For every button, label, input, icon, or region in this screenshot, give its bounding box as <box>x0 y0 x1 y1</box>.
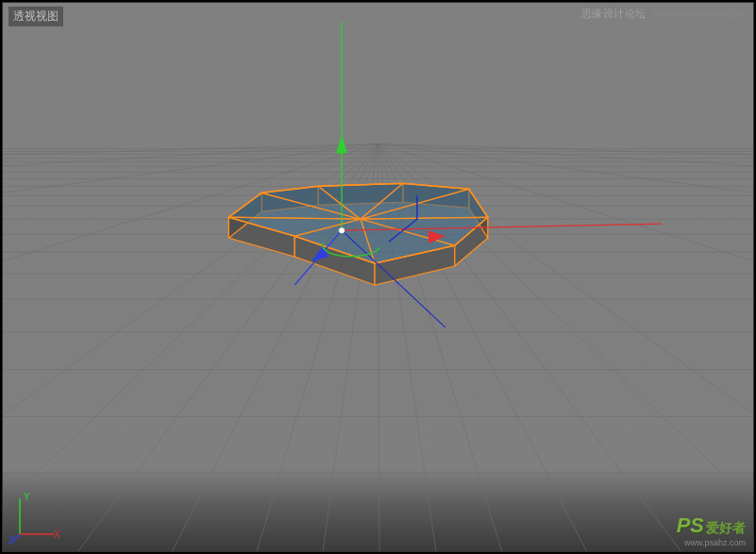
watermark-top-right: 思缘设计论坛 WWW.MISSYUAN.COM <box>581 7 746 21</box>
axis-x-label: X <box>54 529 60 540</box>
axis-indicator-icon: Y X Z <box>8 489 65 546</box>
gizmo-origin-icon[interactable] <box>339 227 344 233</box>
axis-y-label: Y <box>24 492 30 502</box>
transform-gizmo[interactable] <box>294 22 662 327</box>
viewport-label: 透视视图 <box>8 7 63 26</box>
watermark-source-url: WWW.MISSYUAN.COM <box>653 9 746 19</box>
polygon-mesh[interactable] <box>228 183 487 285</box>
watermark-ps-url: www.psahz.com <box>677 538 746 547</box>
gizmo-y-arrow-icon[interactable] <box>336 135 347 154</box>
watermark-ps: PS <box>677 513 704 537</box>
watermark-bottom-right: PS爱好者 www.psahz.com <box>677 513 746 547</box>
watermark-source: 思缘设计论坛 <box>581 8 647 19</box>
scene[interactable] <box>3 3 753 551</box>
axis-z-label: Z <box>8 535 14 546</box>
perspective-viewport[interactable]: 透视视图 思缘设计论坛 WWW.MISSYUAN.COM <box>2 2 754 552</box>
watermark-ps-text: 爱好者 <box>706 520 746 535</box>
